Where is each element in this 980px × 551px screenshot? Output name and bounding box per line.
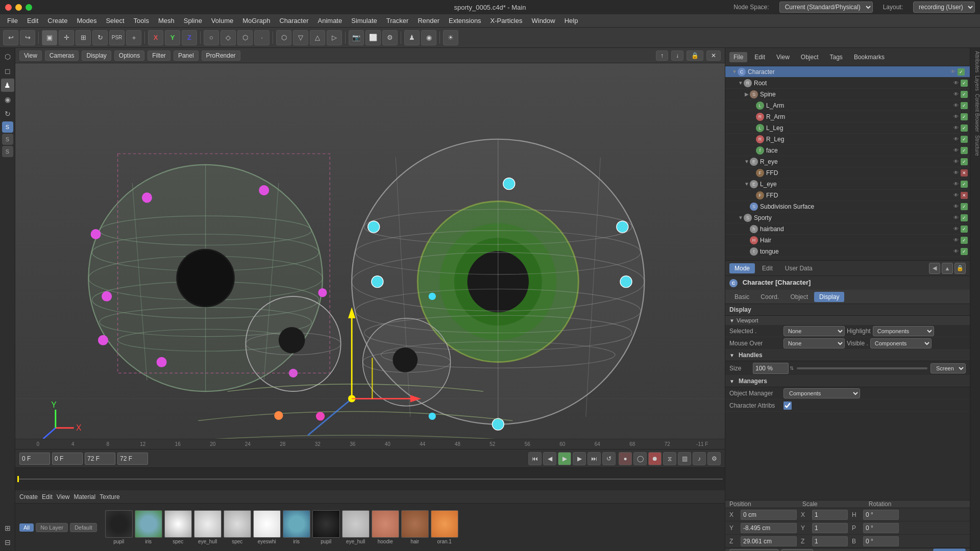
- vt-filter[interactable]: Filter: [148, 51, 170, 61]
- vt-cameras[interactable]: Cameras: [45, 51, 79, 61]
- attr-userdata-tab[interactable]: User Data: [780, 263, 818, 273]
- tree-eye-hairband[interactable]: 👁: [952, 226, 960, 233]
- rot-b-input[interactable]: [863, 536, 899, 546]
- tree-eye-lleg[interactable]: 👁: [952, 124, 960, 132]
- mat-hoodie[interactable]: hoodie: [372, 510, 399, 544]
- attr-tab-display[interactable]: Display: [814, 292, 844, 302]
- tree-check-character[interactable]: ✓: [958, 68, 965, 76]
- obj-mode-btn[interactable]: ○: [204, 30, 219, 45]
- tree-item-ffd2[interactable]: F FFD 👁 ✕: [725, 190, 970, 201]
- loop-btn[interactable]: ↺: [602, 452, 616, 465]
- tree-eye-hair[interactable]: 👁: [952, 237, 960, 244]
- highlight-select[interactable]: Components: [873, 326, 934, 336]
- close-button[interactable]: [5, 4, 12, 11]
- tree-item-hairband[interactable]: h hairband 👁 ✓: [725, 223, 970, 235]
- tree-eye-tongue[interactable]: 👁: [952, 248, 960, 255]
- apply-button[interactable]: Apply: [933, 548, 966, 551]
- key-all-btn[interactable]: ●: [619, 452, 632, 465]
- goto-start-btn[interactable]: ⏮: [528, 452, 542, 465]
- attr-tab-coord[interactable]: Coord.: [755, 292, 784, 302]
- tree-check-face[interactable]: ✓: [961, 147, 968, 154]
- pos-z-input[interactable]: [741, 536, 797, 546]
- mat-spec-2[interactable]: spec: [224, 510, 251, 544]
- edge-mode-btn[interactable]: ⬡: [237, 30, 253, 45]
- play-btn[interactable]: ▶: [558, 452, 571, 465]
- attr-nav-up[interactable]: ▲: [942, 263, 953, 274]
- menu-extensions[interactable]: Extensions: [445, 16, 485, 26]
- tree-item-hair[interactable]: H Hair 👁 ✓: [725, 235, 970, 246]
- tree-eye-spine[interactable]: 👁: [952, 91, 960, 98]
- end-frame-input[interactable]: [85, 453, 115, 465]
- menu-create[interactable]: Create: [43, 16, 71, 26]
- goto-end-btn[interactable]: ⏭: [587, 452, 601, 465]
- mat-hair[interactable]: hair: [401, 510, 429, 544]
- obj-tab-object[interactable]: Object: [797, 52, 823, 62]
- menu-render[interactable]: Render: [413, 16, 444, 26]
- mat-eye-hull-1[interactable]: eye_hull: [194, 510, 222, 544]
- tree-check-lleg[interactable]: ✓: [961, 124, 968, 132]
- z-axis-btn[interactable]: Z: [182, 30, 197, 45]
- scale-tool[interactable]: ⊞: [76, 30, 91, 45]
- poly-mode-btn[interactable]: ◇: [220, 30, 236, 45]
- vt-move-up[interactable]: ↑: [656, 51, 668, 61]
- start-frame-input[interactable]: [52, 453, 83, 465]
- vt-display[interactable]: Display: [82, 51, 111, 61]
- y-axis-btn[interactable]: Y: [165, 30, 180, 45]
- tree-item-lleg[interactable]: L L_Leg 👁 ✓: [725, 122, 970, 134]
- tree-check-spine[interactable]: ✓: [961, 91, 968, 98]
- tree-item-rleg[interactable]: R R_Leg 👁 ✓: [725, 134, 970, 145]
- mat-pupil-1[interactable]: pupil: [105, 510, 133, 544]
- scale-y-input[interactable]: [812, 523, 848, 533]
- mat-spec-1[interactable]: spec: [164, 510, 192, 544]
- tree-check-subdivision[interactable]: ✓: [961, 203, 968, 210]
- rs-layers[interactable]: Layers: [971, 74, 980, 92]
- tree-arrow-character[interactable]: ▼: [731, 69, 738, 74]
- filter-no-layer[interactable]: No Layer: [36, 523, 68, 532]
- mat-eye-hull-2[interactable]: eye_hull: [342, 510, 370, 544]
- vt-panel[interactable]: Panel: [174, 51, 199, 61]
- mat-pupil-2[interactable]: pupil: [312, 510, 340, 544]
- tree-item-spine[interactable]: ▶ S Spine 👁 ✓: [725, 89, 970, 100]
- menu-xparticles[interactable]: X-Particles: [486, 16, 527, 26]
- timeline-mode-btn[interactable]: ▥: [678, 452, 691, 465]
- mat-menu-material[interactable]: Material: [74, 493, 96, 500]
- char-attribs-checkbox[interactable]: [783, 402, 792, 410]
- obj-tab-bookmarks[interactable]: Bookmarks: [850, 52, 889, 62]
- tree-item-reye[interactable]: ▼ E R_eye 👁 ✓: [725, 156, 970, 167]
- obj-manager-select[interactable]: Components: [783, 388, 860, 398]
- menu-tracker[interactable]: Tracker: [382, 16, 413, 26]
- rotate-tool[interactable]: ↻: [92, 30, 108, 45]
- mat-eyeswhi[interactable]: eyeswhi: [253, 510, 281, 544]
- tree-item-sporty[interactable]: ▼ S Sporty 👁 ✓: [725, 212, 970, 223]
- mat-iris-1[interactable]: iris: [135, 510, 162, 544]
- menu-help[interactable]: Help: [560, 16, 582, 26]
- x-axis-btn[interactable]: X: [148, 30, 163, 45]
- pos-x-input[interactable]: [741, 510, 797, 520]
- tree-check-root[interactable]: ✓: [961, 80, 968, 87]
- tree-eye-rleg[interactable]: 👁: [952, 136, 960, 143]
- right-btn[interactable]: ▷: [327, 30, 342, 45]
- tl-settings-btn[interactable]: ⚙: [707, 452, 721, 465]
- size-stepper[interactable]: ⇅: [790, 365, 794, 371]
- vt-move-down[interactable]: ↓: [671, 51, 683, 61]
- menu-animate[interactable]: Animate: [314, 16, 347, 26]
- layout-select[interactable]: recording (User): [913, 2, 975, 13]
- size-slider[interactable]: [797, 367, 927, 369]
- attr-edit-tab[interactable]: Edit: [757, 263, 778, 273]
- tree-item-leye[interactable]: ▼ E L_eye 👁 ✓: [725, 179, 970, 190]
- tree-check-ffd2[interactable]: ✕: [961, 192, 968, 199]
- filter-default[interactable]: Default: [70, 523, 97, 532]
- tree-arrow-leye[interactable]: ▼: [744, 181, 750, 187]
- menu-volume[interactable]: Volume: [207, 16, 237, 26]
- tree-eye-reye[interactable]: 👁: [952, 158, 960, 165]
- motion-path-btn[interactable]: ⧖: [663, 452, 676, 465]
- front-btn[interactable]: △: [310, 30, 325, 45]
- s-icon-3[interactable]: S: [2, 146, 13, 157]
- anim-icon[interactable]: ♟: [1, 79, 14, 92]
- tree-eye-leye[interactable]: 👁: [952, 181, 960, 188]
- screen-select[interactable]: Screen: [930, 363, 966, 373]
- select-tool[interactable]: ▣: [42, 30, 57, 45]
- attr-lock-btn[interactable]: 🔒: [954, 263, 966, 274]
- vt-prorender[interactable]: ProRender: [202, 51, 240, 61]
- rot-p-input[interactable]: [863, 523, 899, 533]
